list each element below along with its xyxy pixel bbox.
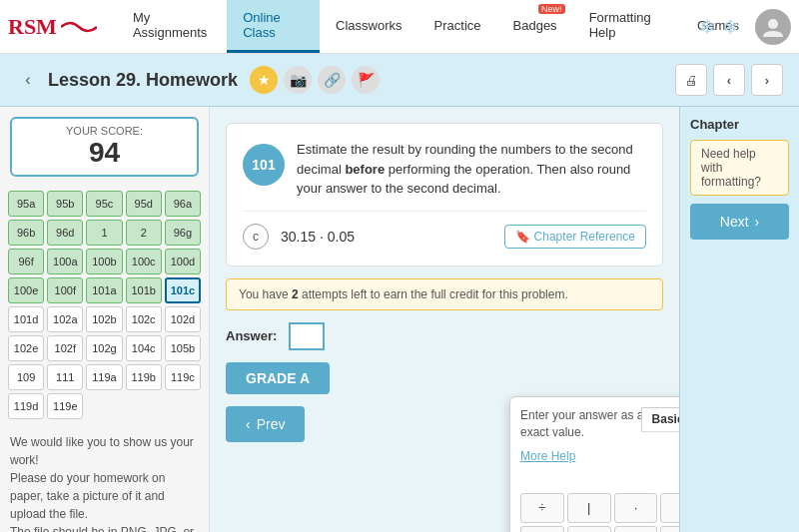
problem-text-bold: before — [345, 162, 385, 177]
problem-cell-100a[interactable]: 100a — [47, 249, 83, 274]
problem-cell-102b[interactable]: 102b — [86, 306, 122, 332]
problem-cell-95c[interactable]: 95c — [86, 191, 122, 217]
problem-cell-100b[interactable]: 100b — [86, 249, 122, 274]
problem-cell-100c[interactable]: 100c — [126, 249, 162, 274]
top-navigation: RSM My Assignments Online Class Classwor… — [0, 0, 799, 54]
print-button[interactable]: 🖨 — [675, 64, 707, 96]
more-help-link[interactable]: More Help — [520, 449, 679, 463]
math-keyboard-popup: × Enter your answer as an exact value. M… — [509, 396, 679, 532]
problem-cell-100d[interactable]: 100d — [165, 249, 201, 274]
grade-button[interactable]: GRADE A — [226, 362, 330, 394]
problem-cell-119c[interactable]: 119c — [165, 364, 201, 390]
problem-cell-105b[interactable]: 105b — [165, 335, 201, 361]
problem-cell-96g[interactable]: 96g — [165, 220, 201, 246]
problem-label: c — [243, 224, 269, 250]
problem-cell-102f[interactable]: 102f — [47, 335, 83, 361]
problem-cell-102c[interactable]: 102c — [126, 306, 162, 332]
kb-degree[interactable]: ° — [660, 493, 679, 523]
answer-input-box[interactable] — [289, 322, 325, 350]
score-box: YOUR SCORE: 94 — [10, 117, 199, 177]
problem-cell-95a[interactable]: 95a — [8, 191, 44, 217]
problem-cell-96d[interactable]: 96d — [47, 220, 83, 246]
lesson-title: Lesson 29. Homework — [48, 70, 238, 91]
next-right-button[interactable]: Next › — [690, 204, 789, 240]
problem-sub: c 30.15 · 0.05 🔖 Chapter Reference — [243, 211, 646, 250]
score-value: 94 — [18, 137, 191, 169]
answer-label: Answer: — [226, 328, 277, 343]
nav-item-games[interactable]: Games — [681, 0, 755, 53]
chapter-reference-button[interactable]: 🔖 Chapter Reference — [504, 225, 646, 249]
problem-card: 101 Estimate the result by rounding the … — [226, 123, 663, 266]
problem-cell-100f[interactable]: 100f — [47, 277, 83, 303]
kb-real[interactable]: ℝ — [520, 526, 564, 532]
keyboard-buttons: ÷ | · ° ∅ ℝ π e σ ∞ ≤ ≠ ≥ ∈ Xi a/b xn — [520, 493, 679, 532]
user-icon — [763, 17, 783, 37]
nav-item-classworks[interactable]: Classworks — [320, 0, 417, 53]
problem-cell-111[interactable]: 111 — [47, 364, 83, 390]
problem-cell-2[interactable]: 2 — [126, 220, 162, 246]
lesson-nav-right: 🖨 ‹ › — [675, 64, 783, 96]
nav-item-badges[interactable]: Badges New! — [497, 0, 573, 53]
user-avatar[interactable] — [755, 9, 791, 45]
right-panel: Chapter Need help with formatting? Next … — [679, 107, 799, 532]
problem-cell-102d[interactable]: 102d — [165, 306, 201, 332]
new-badge: New! — [538, 4, 565, 14]
attempts-notice: You have 2 attempts left to earn the ful… — [226, 278, 663, 310]
problem-cell-1[interactable]: 1 — [86, 220, 122, 246]
bookmark-icon: 🔖 — [515, 230, 530, 244]
problem-cell-101d[interactable]: 101d — [8, 306, 44, 332]
logo: RSM — [8, 14, 101, 40]
kb-dot[interactable]: · — [614, 493, 658, 523]
problem-grid: 95a95b95c95d96a96b96d1296g96f100a100b100… — [0, 187, 209, 423]
sidebar-bottom-text: We would like you to show us your work! … — [0, 423, 209, 532]
prev-arrow-button[interactable]: ‹ — [713, 64, 745, 96]
problem-number-badge: 101 — [243, 144, 285, 186]
kb-bar[interactable]: | — [567, 493, 611, 523]
problem-cell-95b[interactable]: 95b — [47, 191, 83, 217]
lesson-back-button[interactable]: ‹ — [16, 68, 40, 92]
sidebar: YOUR SCORE: 94 95a95b95c95d96a96b96d1296… — [0, 107, 210, 532]
camera-button[interactable]: 📷 — [284, 66, 312, 94]
problem-cell-119a[interactable]: 119a — [86, 364, 122, 390]
problem-cell-96a[interactable]: 96a — [165, 191, 201, 217]
kb-divide[interactable]: ÷ — [520, 493, 564, 523]
problem-cell-100e[interactable]: 100e — [8, 277, 44, 303]
kb-pi[interactable]: π — [567, 526, 611, 532]
problem-cell-102e[interactable]: 102e — [8, 335, 44, 361]
problem-cell-96b[interactable]: 96b — [8, 220, 44, 246]
logo-text: RSM — [8, 14, 57, 40]
kb-e[interactable]: e — [614, 526, 658, 532]
next-arrow-button[interactable]: › — [751, 64, 783, 96]
flag-button[interactable]: 🚩 — [352, 66, 380, 94]
problem-text: Estimate the result by rounding the numb… — [243, 140, 646, 199]
nav-item-my-assignments[interactable]: My Assignments — [117, 0, 227, 53]
problem-cell-119e[interactable]: 119e — [47, 393, 83, 419]
formatting-help-banner[interactable]: Need help with formatting? — [690, 140, 789, 196]
tab-basic[interactable]: Basic — [641, 407, 679, 431]
problem-cell-104c[interactable]: 104c — [126, 335, 162, 361]
score-label: YOUR SCORE: — [18, 125, 191, 137]
problem-cell-119b[interactable]: 119b — [126, 364, 162, 390]
share-button[interactable]: 🔗 — [318, 66, 346, 94]
problem-cell-102a[interactable]: 102a — [47, 306, 83, 332]
nav-item-online-class[interactable]: Online Class — [227, 0, 320, 53]
answer-row: Answer: — [226, 322, 663, 350]
logo-wave-icon — [61, 15, 97, 39]
nav-item-practice[interactable]: Practice — [418, 0, 497, 53]
problem-cell-119d[interactable]: 119d — [8, 393, 44, 419]
nav-right: ❄ ❄ — [755, 9, 791, 45]
prev-arrow-icon: ‹ — [246, 416, 251, 432]
nav-item-formatting-help[interactable]: Formatting Help — [573, 0, 681, 53]
problem-cell-101c[interactable]: 101c — [165, 277, 201, 303]
star-button[interactable]: ★ — [250, 66, 278, 94]
problem-cell-101a[interactable]: 101a — [86, 277, 122, 303]
problem-expression: 30.15 · 0.05 — [281, 229, 504, 245]
problem-cell-101b[interactable]: 101b — [126, 277, 162, 303]
prev-button[interactable]: ‹ Prev — [226, 406, 305, 442]
keyboard-tabs: Basic Trig/log αβγ — [641, 407, 679, 432]
problem-cell-109[interactable]: 109 — [8, 364, 44, 390]
kb-sigma[interactable]: σ — [660, 526, 679, 532]
problem-cell-96f[interactable]: 96f — [8, 249, 44, 274]
problem-cell-102g[interactable]: 102g — [86, 335, 122, 361]
problem-cell-95d[interactable]: 95d — [126, 191, 162, 217]
